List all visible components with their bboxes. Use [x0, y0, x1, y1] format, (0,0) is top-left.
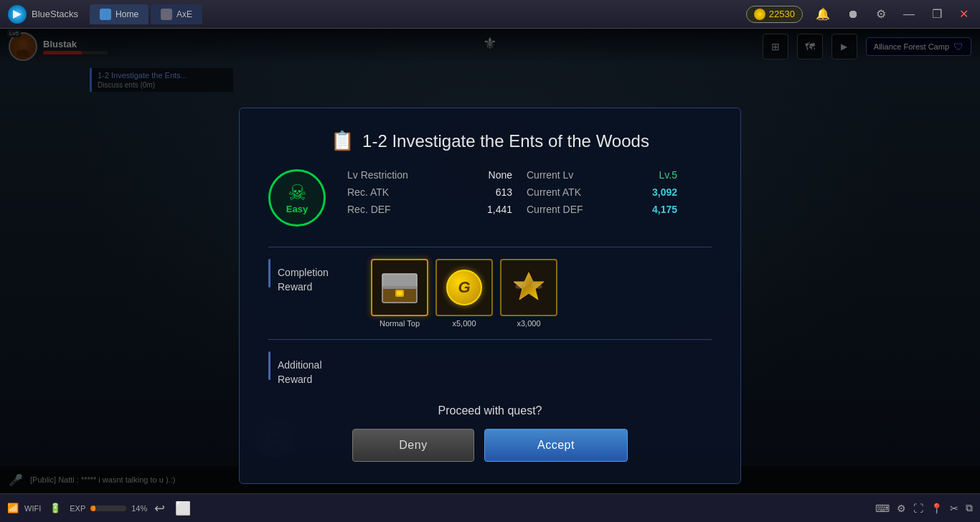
current-lv-label: Current Lv [512, 169, 620, 181]
rec-atk-label: Rec. ATK [347, 186, 455, 198]
lv-restriction-value: None [455, 169, 512, 181]
completion-reward-section: CompletionReward [268, 259, 712, 328]
reward-item-2[interactable]: G x5,000 [435, 259, 493, 328]
difficulty-label: Easy [286, 204, 308, 214]
exp-percent: 14% [131, 504, 147, 513]
keyboard-icon[interactable]: ⌨ [875, 503, 890, 514]
coins-display: 22530 [746, 6, 803, 23]
current-def-value: 4,175 [620, 204, 677, 215]
svg-rect-8 [397, 291, 402, 295]
reward-item-2-qty: x5,000 [452, 319, 476, 328]
divider-2 [268, 339, 712, 340]
exp-bar-fill [90, 506, 95, 511]
taskbar: 📶 WIFI 🔋 EXP 14% ↩ ⬜ ⌨ ⚙ ⛶ 📍 ✂ ⧉ [0, 493, 980, 522]
tab-home[interactable]: Home [90, 4, 149, 24]
axe-tab-icon [161, 9, 172, 20]
completion-reward-label: CompletionReward [278, 266, 329, 294]
reward-box-3[interactable] [500, 259, 557, 316]
chest-icon [381, 271, 418, 304]
coin-icon [754, 9, 765, 20]
current-def-label: Current DEF [512, 204, 620, 215]
bluestacks-logo [7, 4, 27, 24]
additional-reward-section: AdditionalReward [268, 351, 712, 387]
taskbar-right: ⌨ ⚙ ⛶ 📍 ✂ ⧉ [875, 502, 973, 514]
proceed-text: Proceed with quest? [268, 404, 712, 417]
titlebar: BlueStacks Home AxE 22530 🔔 ⏺ ⚙ — ❐ ✕ [0, 0, 980, 29]
reward-item-1-name: Normal Top [380, 319, 420, 328]
gold-coin-icon: G [446, 270, 482, 305]
exp-bar-background [90, 506, 126, 511]
home-tab-label: Home [116, 9, 138, 19]
rec-def-value: 1,441 [455, 204, 512, 215]
coins-value: 22530 [769, 9, 795, 19]
current-lv-value: Lv.5 [620, 169, 677, 181]
quest-dialog: 📋 1-2 Investigate the Ents of the Woods … [239, 108, 741, 484]
scissors-icon[interactable]: ✂ [950, 503, 958, 514]
completion-reward-label-col: CompletionReward [278, 259, 357, 294]
difficulty-badge: ☠ Easy [268, 169, 326, 227]
record-icon[interactable]: ⏺ [843, 6, 863, 22]
quest-title-row: 📋 1-2 Investigate the Ents of the Woods [268, 130, 712, 152]
additional-reward-bar [268, 351, 270, 380]
reward-items: Normal Top G x5,000 [371, 259, 557, 328]
windowed-icon[interactable]: ⧉ [966, 502, 973, 514]
game-area: Lv5 Blustak ⚜ ⊞ 🗺 ▶ Alliance Forest Camp [0, 29, 980, 493]
fullscreen-icon[interactable]: ⛶ [913, 503, 923, 514]
skull-icon: ☠ [288, 182, 307, 204]
stats-grid: Lv Restriction None Current Lv Lv.5 Rec.… [347, 169, 712, 215]
minimize-button[interactable]: — [899, 6, 919, 22]
reward-box-2[interactable]: G [435, 259, 493, 316]
exp-label: EXP [70, 504, 85, 513]
home-tab-icon [100, 9, 111, 20]
lv-restriction-label: Lv Restriction [347, 169, 455, 181]
app-name-label: BlueStacks [32, 9, 78, 19]
settings-icon[interactable]: ⚙ [872, 6, 890, 22]
axe-tab-label: AxE [176, 9, 192, 19]
bell-icon[interactable]: 🔔 [811, 6, 834, 22]
reward-item-3-qty: x3,000 [517, 319, 540, 328]
current-atk-label: Current ATK [512, 186, 620, 198]
svg-rect-7 [382, 286, 417, 289]
proceed-section: Proceed with quest? Deny Accept [268, 404, 712, 462]
tab-axe[interactable]: AxE [151, 4, 202, 24]
completion-reward-bar [268, 259, 270, 288]
completion-reward-label-wrapper: CompletionReward [268, 259, 357, 294]
home-button[interactable]: ⬜ [175, 500, 191, 516]
taskbar-left: 📶 WIFI 🔋 EXP 14% [7, 503, 147, 513]
close-button[interactable]: ✕ [955, 6, 973, 22]
accept-button[interactable]: Accept [484, 429, 628, 462]
battery-icon: 🔋 [50, 503, 61, 513]
additional-reward-label-col: AdditionalReward [278, 351, 357, 386]
nav-buttons: ↩ ⬜ [154, 500, 191, 516]
quest-icon: 📋 [331, 130, 354, 152]
settings-small-icon[interactable]: ⚙ [897, 503, 906, 514]
rec-atk-value: 613 [455, 186, 512, 198]
wifi-label: WIFI [24, 504, 41, 513]
reward-item-3[interactable]: x3,000 [500, 259, 557, 328]
divider-1 [268, 247, 712, 247]
additional-reward-label: AdditionalReward [278, 359, 322, 386]
reward-box-1[interactable] [371, 259, 428, 316]
back-button[interactable]: ↩ [154, 500, 165, 516]
button-row: Deny Accept [268, 429, 712, 462]
map-pin-icon[interactable]: 📍 [930, 503, 943, 514]
exp-container: EXP 14% [70, 504, 147, 513]
additional-reward-label-wrapper: AdditionalReward [268, 351, 357, 386]
titlebar-controls: 22530 🔔 ⏺ ⚙ — ❐ ✕ [746, 6, 973, 23]
stats-section: ☠ Easy Lv Restriction None Current Lv Lv… [268, 169, 712, 227]
deny-button[interactable]: Deny [352, 429, 474, 462]
reward-item-1[interactable]: Normal Top [371, 259, 428, 328]
restore-button[interactable]: ❐ [928, 6, 946, 22]
rec-def-label: Rec. DEF [347, 204, 455, 215]
current-atk-value: 3,092 [620, 186, 677, 198]
quest-title: 1-2 Investigate the Ents of the Woods [362, 131, 649, 151]
medal-icon [511, 270, 547, 305]
signal-icon: 📶 [7, 503, 19, 513]
